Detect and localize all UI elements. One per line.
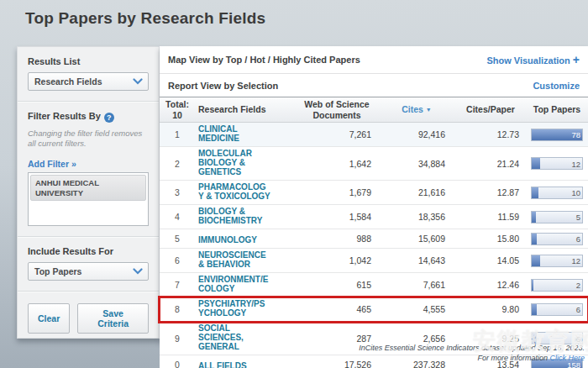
research-field-link[interactable]: ALL FIELDS bbox=[198, 361, 247, 368]
save-criteria-button[interactable]: Save Criteria bbox=[77, 303, 149, 334]
cites-cell: 34,884 bbox=[380, 159, 454, 169]
include-results-value: Top Papers bbox=[34, 266, 81, 276]
include-results-section: Include Results For Top Papers bbox=[18, 237, 159, 292]
cites-per-paper-cell: 11.59 bbox=[454, 212, 528, 222]
wos-documents-cell: 1,642 bbox=[294, 159, 380, 169]
cites-per-paper-cell: 14.05 bbox=[454, 255, 528, 265]
wos-documents-cell: 1,584 bbox=[294, 212, 380, 222]
table-row: 1CLINICAL MEDICINE7,26192,41612.7378 bbox=[160, 123, 588, 147]
filter-section: Filter Results By? Changing the filter f… bbox=[18, 102, 159, 237]
rank-cell: 2 bbox=[160, 159, 195, 169]
table-row: 2MOLECULAR BIOLOGY & GENETICS1,64234,884… bbox=[160, 147, 588, 181]
table-body: 1CLINICAL MEDICINE7,26192,41612.73782MOL… bbox=[160, 123, 588, 368]
header-top-papers[interactable]: Top Papers bbox=[528, 104, 588, 114]
cites-cell: 92,416 bbox=[380, 129, 454, 139]
table-row: 6NEUROSCIENCE & BEHAVIOR1,04214,64314.05… bbox=[160, 249, 588, 273]
cites-cell: 15,609 bbox=[380, 234, 454, 244]
rank-cell: 3 bbox=[160, 187, 195, 197]
wos-documents-cell: 465 bbox=[294, 304, 380, 314]
filter-listbox[interactable]: ANHUI MEDICAL UNIVERSITY bbox=[28, 172, 149, 226]
rank-cell: 8 bbox=[160, 304, 195, 314]
results-list-section: Results List Research Fields bbox=[18, 47, 159, 102]
research-field-link[interactable]: ENVIRONMENT/ECOLOGY bbox=[198, 275, 270, 293]
chevron-down-icon bbox=[133, 76, 143, 87]
research-field-link[interactable]: SOCIAL SCIENCES, GENERAL bbox=[198, 323, 270, 351]
include-results-label: Include Results For bbox=[28, 246, 149, 256]
filter-sidebar: Results List Research Fields Filter Resu… bbox=[17, 46, 160, 339]
top-papers-value: 6 bbox=[576, 334, 580, 343]
wos-documents-cell: 615 bbox=[294, 280, 380, 290]
footer-more-info: For more information bbox=[477, 354, 548, 362]
clear-button[interactable]: Clear bbox=[28, 303, 70, 334]
top-papers-value: 78 bbox=[571, 130, 580, 139]
top-papers-bar: 2 bbox=[531, 279, 583, 292]
rank-cell: 4 bbox=[160, 212, 195, 222]
table-header: Total: 10 Research Fields Web of Science… bbox=[160, 97, 588, 123]
cites-cell: 4,555 bbox=[380, 304, 454, 314]
research-field-link[interactable]: PSYCHIATRY/PSYCHOLOGY bbox=[198, 299, 270, 318]
rank-cell: 5 bbox=[160, 234, 195, 244]
customize-link[interactable]: Customize bbox=[533, 81, 580, 91]
cites-per-paper-cell: 15.80 bbox=[454, 234, 528, 244]
rank-cell: 9 bbox=[160, 334, 195, 344]
research-field-link[interactable]: CLINICAL MEDICINE bbox=[198, 124, 270, 143]
wos-documents-cell: 7,261 bbox=[294, 129, 380, 139]
top-papers-bar: 78 bbox=[531, 129, 583, 141]
table-row: 3PHARMACOLOGY & TOXICOLOGY1,67921,61612.… bbox=[160, 181, 588, 205]
cites-per-paper-cell: 9.80 bbox=[454, 304, 528, 314]
page-title: Top Papers by Research Fields bbox=[25, 9, 265, 28]
map-view-label: Map View by Top / Hot / Highly Cited Pap… bbox=[168, 55, 360, 65]
cites-cell: 21,616 bbox=[380, 187, 454, 197]
wos-documents-cell: 1,679 bbox=[294, 187, 380, 197]
header-cites[interactable]: Cites ▼ bbox=[380, 104, 454, 114]
research-field-link[interactable]: MOLECULAR BIOLOGY & GENETICS bbox=[198, 149, 270, 176]
table-row: 7ENVIRONMENT/ECOLOGY6157,66112.462 bbox=[160, 273, 588, 297]
research-field-link[interactable]: IMMUNOLOGY bbox=[198, 235, 257, 244]
wos-documents-cell: 1,042 bbox=[294, 255, 380, 265]
header-research-fields[interactable]: Research Fields bbox=[195, 104, 294, 114]
show-visualization-link[interactable]: Show Visualization+ bbox=[486, 53, 580, 66]
research-field-link[interactable]: NEUROSCIENCE & BEHAVIOR bbox=[198, 250, 270, 269]
top-papers-value: 5 bbox=[576, 213, 580, 222]
header-cites-per-paper[interactable]: Cites/Paper bbox=[454, 104, 528, 114]
report-panel: Map View by Top / Hot / Highly Cited Pap… bbox=[160, 46, 588, 340]
top-papers-bar: 10 bbox=[531, 187, 583, 199]
report-view-label: Report View by Selection bbox=[168, 81, 278, 91]
top-papers-value: 158 bbox=[567, 360, 580, 368]
header-wos-documents[interactable]: Web of Science Documents bbox=[294, 99, 380, 119]
map-view-bar: Map View by Top / Hot / Highly Cited Pap… bbox=[160, 46, 588, 74]
filter-note: Changing the filter field removes all cu… bbox=[28, 129, 149, 150]
cites-per-paper-cell: 12.46 bbox=[454, 280, 528, 290]
filter-list-item[interactable]: ANHUI MEDICAL UNIVERSITY bbox=[30, 175, 146, 202]
top-papers-bar: 5 bbox=[531, 211, 583, 223]
table-row: 4BIOLOGY & BIOCHEMISTRY1,58418,35611.595 bbox=[160, 205, 588, 229]
cites-cell: 7,661 bbox=[380, 280, 454, 290]
top-papers-value: 2 bbox=[576, 281, 580, 290]
results-list-select[interactable]: Research Fields bbox=[28, 72, 149, 91]
top-papers-value: 6 bbox=[576, 234, 580, 244]
top-papers-value: 6 bbox=[576, 305, 580, 314]
research-field-link[interactable]: BIOLOGY & BIOCHEMISTRY bbox=[198, 207, 270, 225]
plus-icon: + bbox=[573, 53, 580, 66]
top-papers-bar: 6 bbox=[531, 303, 583, 316]
rank-cell: 0 bbox=[160, 360, 195, 368]
wos-documents-cell: 287 bbox=[294, 334, 380, 344]
top-papers-bar: 12 bbox=[531, 255, 583, 267]
report-view-bar: Report View by Selection Customize bbox=[160, 74, 588, 97]
help-icon[interactable]: ? bbox=[104, 113, 114, 123]
rank-cell: 6 bbox=[160, 255, 195, 265]
cites-per-paper-cell: 21.24 bbox=[454, 159, 528, 169]
sort-desc-icon: ▼ bbox=[426, 107, 432, 113]
top-papers-value: 10 bbox=[571, 188, 580, 197]
add-filter-link[interactable]: Add Filter » bbox=[28, 159, 76, 169]
rank-cell: 7 bbox=[160, 280, 195, 290]
wos-documents-cell: 988 bbox=[294, 234, 380, 244]
cites-cell: 14,643 bbox=[380, 255, 454, 265]
include-results-select[interactable]: Top Papers bbox=[28, 262, 149, 281]
cites-per-paper-cell: 12.87 bbox=[454, 187, 528, 197]
footer: InCites Essential Science Indicators dat… bbox=[359, 343, 585, 363]
top-papers-value: 12 bbox=[571, 159, 580, 168]
chevron-down-icon bbox=[133, 266, 143, 276]
research-field-link[interactable]: PHARMACOLOGY & TOXICOLOGY bbox=[198, 182, 270, 201]
results-list-label: Results List bbox=[28, 56, 149, 66]
